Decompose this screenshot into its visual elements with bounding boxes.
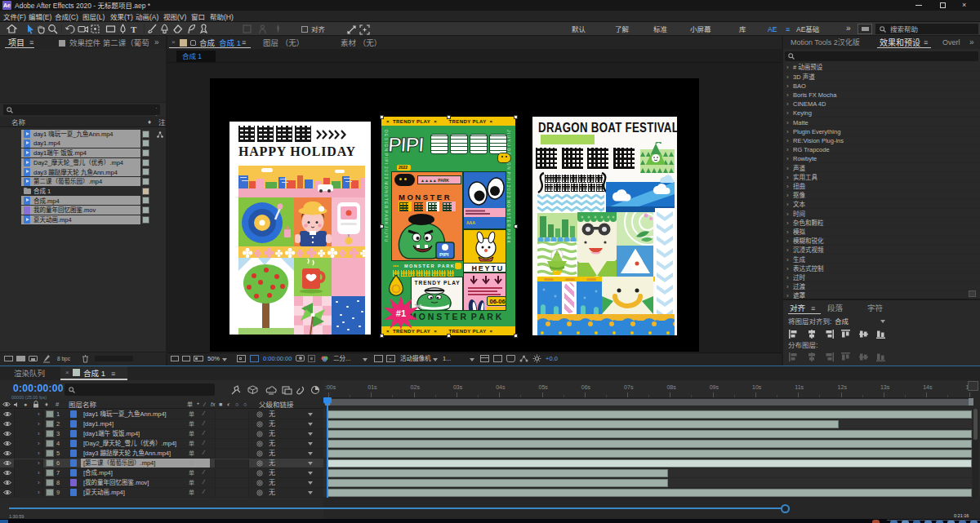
svg-text:#1: #1 [396,308,406,318]
svg-text:AAA: AAA [466,220,475,225]
svg-text:PIPI: PIPI [439,252,449,257]
